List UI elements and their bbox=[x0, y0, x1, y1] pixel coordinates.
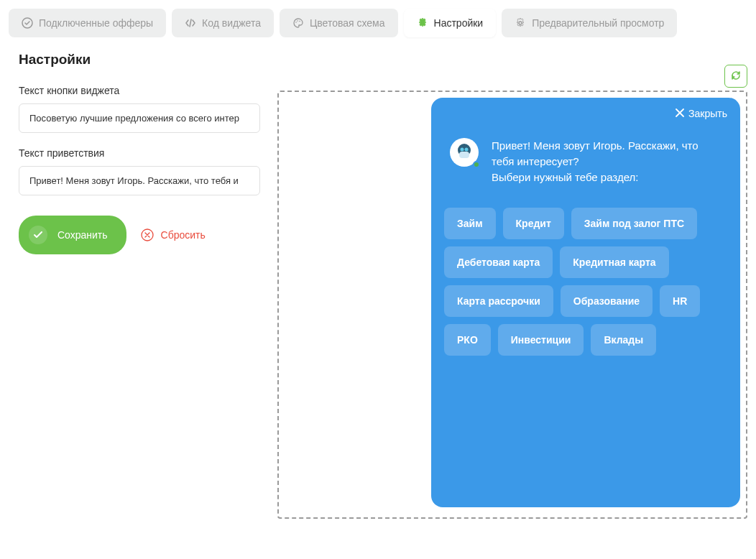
tab-color-scheme[interactable]: Цветовая схема bbox=[280, 9, 398, 37]
checklist-icon bbox=[22, 17, 33, 29]
tab-label: Цветовая схема bbox=[310, 17, 385, 29]
greeting-text-label: Текст приветствия bbox=[19, 147, 260, 159]
greeting-text-input[interactable] bbox=[19, 166, 260, 195]
category-education[interactable]: Образование bbox=[561, 285, 653, 317]
tabs-bar: Подключенные офферы Код виджета Цветов bbox=[9, 9, 747, 37]
page-title: Настройки bbox=[19, 52, 747, 68]
svg-point-10 bbox=[465, 148, 469, 152]
bot-avatar bbox=[450, 138, 481, 170]
button-text-label: Текст кнопки виджета bbox=[19, 85, 260, 96]
status-indicator-icon bbox=[473, 161, 480, 168]
tab-connected-offers[interactable]: Подключенные офферы bbox=[9, 9, 166, 37]
tab-preview[interactable]: Предварительный просмотр bbox=[502, 9, 677, 37]
svg-point-2 bbox=[297, 20, 298, 22]
settings-form: Текст кнопки виджета Текст приветствия С… bbox=[9, 85, 260, 519]
reset-button[interactable]: Сбросить bbox=[141, 228, 206, 241]
category-buttons: Займ Кредит Займ под залог ПТС Дебетовая… bbox=[444, 208, 727, 356]
tab-label: Предварительный просмотр bbox=[532, 17, 664, 29]
svg-point-5 bbox=[519, 22, 522, 24]
svg-point-1 bbox=[295, 22, 297, 23]
reset-button-label: Сбросить bbox=[161, 229, 206, 241]
greeting-text: Привет! Меня зовут Игорь. Расскажи, что … bbox=[492, 138, 722, 185]
code-icon bbox=[185, 17, 196, 29]
tab-label: Код виджета bbox=[202, 17, 261, 29]
widget-close-button[interactable]: Закрыть bbox=[676, 108, 727, 119]
close-label: Закрыть bbox=[688, 108, 727, 119]
svg-rect-8 bbox=[459, 152, 469, 158]
check-icon bbox=[29, 226, 47, 244]
refresh-icon bbox=[730, 70, 742, 83]
svg-point-9 bbox=[461, 148, 464, 152]
save-button[interactable]: Сохранить bbox=[19, 216, 126, 254]
close-circle-icon bbox=[141, 228, 154, 241]
tab-label: Подключенные офферы bbox=[39, 17, 153, 29]
preview-area: Закрыть bbox=[277, 91, 747, 519]
gear-outline-icon bbox=[515, 17, 526, 29]
gear-icon bbox=[417, 17, 428, 29]
category-credit[interactable]: Кредит bbox=[503, 208, 564, 239]
palette-icon bbox=[292, 17, 304, 29]
category-pts-loan[interactable]: Займ под залог ПТС bbox=[571, 208, 697, 239]
category-loan[interactable]: Займ bbox=[444, 208, 496, 239]
refresh-button[interactable] bbox=[724, 65, 747, 88]
category-rko[interactable]: РКО bbox=[444, 324, 491, 356]
category-deposits[interactable]: Вклады bbox=[591, 324, 656, 356]
button-text-input[interactable] bbox=[19, 103, 260, 133]
tab-settings[interactable]: Настройки bbox=[404, 9, 497, 37]
category-hr[interactable]: HR bbox=[660, 285, 700, 317]
category-investments[interactable]: Инвестиции bbox=[498, 324, 584, 356]
svg-point-3 bbox=[299, 21, 300, 22]
category-installment-card[interactable]: Карта рассрочки bbox=[444, 285, 553, 317]
save-button-label: Сохранить bbox=[57, 229, 108, 241]
tab-label: Настройки bbox=[434, 17, 484, 29]
tab-widget-code[interactable]: Код виджета bbox=[172, 9, 274, 37]
close-icon bbox=[676, 108, 684, 119]
chat-widget: Закрыть bbox=[431, 98, 740, 507]
category-credit-card[interactable]: Кредитная карта bbox=[560, 246, 668, 278]
category-debit-card[interactable]: Дебетовая карта bbox=[444, 246, 553, 278]
